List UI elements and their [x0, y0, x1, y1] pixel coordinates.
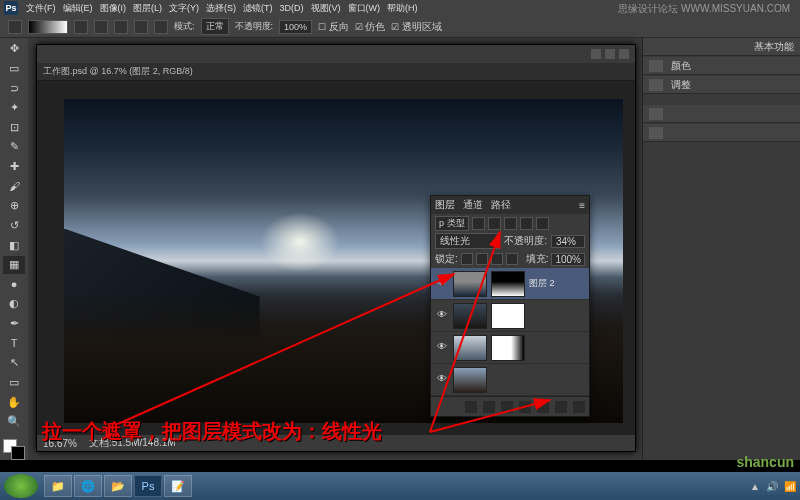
- filter-adjust-icon[interactable]: [488, 217, 501, 230]
- filter-shape-icon[interactable]: [520, 217, 533, 230]
- link-layers-icon[interactable]: [465, 401, 477, 413]
- shape-tool[interactable]: ▭: [3, 374, 25, 392]
- background-color[interactable]: [11, 446, 25, 460]
- delete-layer-icon[interactable]: [573, 401, 585, 413]
- tab-channels[interactable]: 通道: [463, 198, 483, 212]
- workspace-switcher[interactable]: 基本功能: [643, 38, 800, 56]
- layer-mask-thumbnail[interactable]: [491, 271, 525, 297]
- pen-tool[interactable]: ✒: [3, 315, 25, 333]
- add-mask-icon[interactable]: [501, 401, 513, 413]
- tab-layers[interactable]: 图层: [435, 198, 455, 212]
- new-fill-icon[interactable]: [519, 401, 531, 413]
- layer-row[interactable]: 👁: [431, 332, 589, 364]
- radial-gradient-icon[interactable]: [94, 20, 108, 34]
- layer-mask-thumbnail[interactable]: [491, 335, 525, 361]
- layer-opacity-input[interactable]: 34%: [551, 235, 585, 248]
- filter-pixel-icon[interactable]: [472, 217, 485, 230]
- history-brush-tool[interactable]: ↺: [3, 217, 25, 235]
- maximize-icon[interactable]: [605, 49, 615, 59]
- dither-checkbox[interactable]: ☑ 仿色: [355, 20, 386, 34]
- lock-all-icon[interactable]: [506, 253, 518, 265]
- taskbar-explorer-icon[interactable]: 📁: [44, 475, 72, 497]
- minimize-icon[interactable]: [591, 49, 601, 59]
- hand-tool[interactable]: ✋: [3, 393, 25, 411]
- panel-collapsed-1[interactable]: [643, 105, 800, 123]
- filter-kind-select[interactable]: p 类型: [435, 216, 469, 231]
- lasso-tool[interactable]: ⊃: [3, 79, 25, 97]
- menu-filter[interactable]: 滤镜(T): [240, 2, 276, 15]
- tray-icon[interactable]: 🔊: [766, 481, 778, 492]
- wand-tool[interactable]: ✦: [3, 99, 25, 117]
- visibility-icon[interactable]: 👁: [435, 309, 449, 323]
- menu-window[interactable]: 窗口(W): [345, 2, 384, 15]
- blur-tool[interactable]: ●: [3, 276, 25, 294]
- fx-icon[interactable]: [483, 401, 495, 413]
- layer-row-selected[interactable]: 👁 图层 2: [431, 268, 589, 300]
- panel-menu-icon[interactable]: ≡: [579, 200, 585, 211]
- tab-paths[interactable]: 路径: [491, 198, 511, 212]
- close-icon[interactable]: [619, 49, 629, 59]
- layer-name[interactable]: 图层 2: [529, 277, 555, 290]
- eyedropper-tool[interactable]: ✎: [3, 138, 25, 156]
- document-tab[interactable]: 工作图.psd @ 16.7% (图层 2, RGB/8): [37, 63, 635, 81]
- fill-input[interactable]: 100%: [551, 253, 585, 266]
- angle-gradient-icon[interactable]: [114, 20, 128, 34]
- tray-icon[interactable]: 📶: [784, 481, 796, 492]
- new-group-icon[interactable]: [537, 401, 549, 413]
- start-button[interactable]: [4, 474, 38, 498]
- visibility-icon[interactable]: 👁: [435, 341, 449, 355]
- layer-thumbnail[interactable]: [453, 335, 487, 361]
- layer-thumbnail[interactable]: [453, 367, 487, 393]
- opacity-select[interactable]: 100%: [279, 20, 312, 34]
- lock-trans-icon[interactable]: [461, 253, 473, 265]
- eraser-tool[interactable]: ◧: [3, 236, 25, 254]
- menu-type[interactable]: 文字(Y): [166, 2, 202, 15]
- color-swatch[interactable]: [3, 439, 25, 461]
- visibility-icon[interactable]: 👁: [435, 277, 449, 291]
- system-tray[interactable]: ▲ 🔊 📶: [750, 481, 796, 492]
- type-tool[interactable]: T: [3, 334, 25, 352]
- dodge-tool[interactable]: ◐: [3, 295, 25, 313]
- zoom-tool[interactable]: 🔍: [3, 413, 25, 431]
- brush-tool[interactable]: 🖌: [3, 177, 25, 195]
- panel-adjustments[interactable]: 调整: [643, 76, 800, 94]
- taskbar-app-icon[interactable]: 📝: [164, 475, 192, 497]
- menu-3d[interactable]: 3D(D): [277, 3, 307, 13]
- path-tool[interactable]: ↖: [3, 354, 25, 372]
- move-tool[interactable]: ✥: [3, 40, 25, 58]
- gradient-tool-icon[interactable]: [8, 20, 22, 34]
- layer-thumbnail[interactable]: [453, 271, 487, 297]
- diamond-gradient-icon[interactable]: [154, 20, 168, 34]
- menu-edit[interactable]: 编辑(E): [60, 2, 96, 15]
- layer-thumbnail[interactable]: [453, 303, 487, 329]
- layer-row[interactable]: 👁: [431, 364, 589, 396]
- crop-tool[interactable]: ⊡: [3, 119, 25, 137]
- visibility-icon[interactable]: 👁: [435, 373, 449, 387]
- stamp-tool[interactable]: ⊕: [3, 197, 25, 215]
- linear-gradient-icon[interactable]: [74, 20, 88, 34]
- layer-row[interactable]: 👁: [431, 300, 589, 332]
- taskbar-browser-icon[interactable]: 🌐: [74, 475, 102, 497]
- filter-type-icon[interactable]: [504, 217, 517, 230]
- menu-select[interactable]: 选择(S): [203, 2, 239, 15]
- layer-mask-thumbnail[interactable]: [491, 303, 525, 329]
- transparency-checkbox[interactable]: ☑ 透明区域: [391, 20, 442, 34]
- menu-help[interactable]: 帮助(H): [384, 2, 421, 15]
- taskbar-folder-icon[interactable]: 📂: [104, 475, 132, 497]
- menu-view[interactable]: 视图(V): [308, 2, 344, 15]
- mode-select[interactable]: 正常: [201, 18, 229, 35]
- heal-tool[interactable]: ✚: [3, 158, 25, 176]
- reflected-gradient-icon[interactable]: [134, 20, 148, 34]
- blend-mode-select[interactable]: 线性光: [435, 233, 500, 249]
- panel-color[interactable]: 颜色: [643, 57, 800, 75]
- panel-collapsed-2[interactable]: [643, 124, 800, 142]
- marquee-tool[interactable]: ▭: [3, 60, 25, 78]
- menu-image[interactable]: 图像(I): [97, 2, 130, 15]
- lock-position-icon[interactable]: [491, 253, 503, 265]
- gradient-preview-icon[interactable]: [28, 20, 68, 34]
- lock-pixels-icon[interactable]: [476, 253, 488, 265]
- menu-file[interactable]: 文件(F): [23, 2, 59, 15]
- filter-smart-icon[interactable]: [536, 217, 549, 230]
- new-layer-icon[interactable]: [555, 401, 567, 413]
- gradient-tool[interactable]: ▦: [3, 256, 25, 274]
